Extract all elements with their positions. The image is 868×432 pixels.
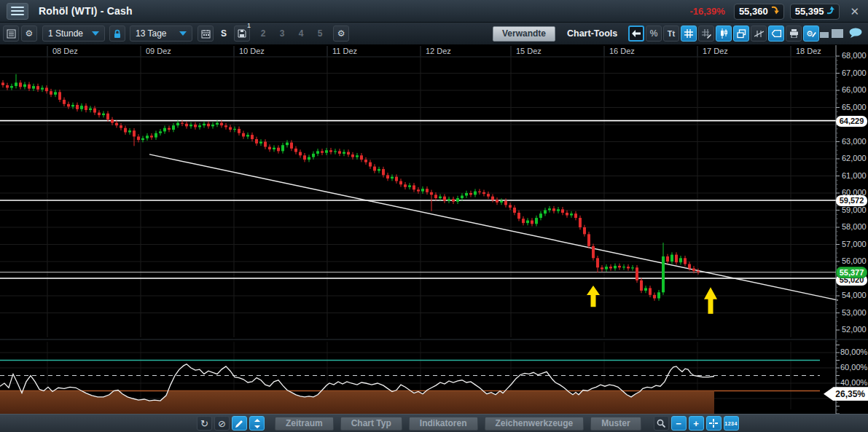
- price-level-badge: 64,229: [836, 116, 867, 127]
- candle: [443, 197, 446, 201]
- candle: [426, 189, 429, 192]
- chart-typ-button[interactable]: Chart Typ: [340, 417, 402, 431]
- zoom-in-icon[interactable]: +: [689, 416, 704, 431]
- crosshair-icon[interactable]: [706, 416, 722, 431]
- candle: [111, 119, 114, 123]
- candle: [627, 267, 630, 268]
- muster-button[interactable]: Muster: [590, 417, 641, 431]
- refresh-icon[interactable]: ↻: [197, 416, 212, 431]
- candle: [159, 131, 162, 133]
- candle: [666, 256, 669, 262]
- buy-price-button[interactable]: 55,395: [790, 4, 840, 20]
- candle: [517, 213, 520, 219]
- candle: [115, 123, 118, 126]
- signal-arrow-icon: [704, 287, 717, 313]
- back-arrow-icon[interactable]: [628, 25, 644, 42]
- candle: [246, 135, 249, 136]
- layout-slot-5[interactable]: 5: [313, 28, 327, 39]
- snapshot-button[interactable]: S: [221, 28, 227, 39]
- candle: [15, 82, 17, 86]
- change-percent: -16,39%: [689, 6, 724, 17]
- candle: [185, 124, 188, 127]
- size-large-icon[interactable]: [832, 29, 843, 38]
- candle: [224, 125, 227, 127]
- sell-price-button[interactable]: 55,360: [734, 4, 784, 20]
- candle: [544, 211, 547, 214]
- size-medium-icon[interactable]: [820, 32, 829, 38]
- save-layout-icon[interactable]: 1: [234, 25, 250, 42]
- candle: [386, 175, 389, 178]
- print-icon[interactable]: [786, 25, 802, 42]
- zoom-magnifier-icon[interactable]: [654, 416, 669, 431]
- candle: [570, 213, 573, 215]
- layout-settings-gear-icon[interactable]: ⚙: [333, 25, 349, 42]
- candle: [71, 105, 74, 106]
- chart-toolbar: ⚙ 1 Stunde 13 Tage S 1 2 3 4 5 ⚙ Verwand…: [0, 23, 868, 45]
- candle: [98, 113, 101, 116]
- price-axis-label: 68,000: [842, 51, 867, 60]
- price-label-tool-icon[interactable]: [768, 25, 784, 42]
- layout-slot-4[interactable]: 4: [294, 28, 308, 39]
- candle: [150, 136, 153, 137]
- zoom-out-icon[interactable]: −: [671, 416, 687, 431]
- candle: [211, 125, 214, 126]
- settings-gear-icon[interactable]: ⚙: [21, 25, 37, 42]
- clear-drawings-icon[interactable]: ⊘: [214, 416, 230, 431]
- grid-toggle-icon[interactable]: [681, 25, 697, 42]
- related-button[interactable]: Verwandte: [493, 26, 555, 42]
- price-axis-label: 67,000: [842, 68, 867, 77]
- candle: [255, 139, 258, 144]
- candle: [63, 100, 66, 104]
- calendar-icon[interactable]: [198, 25, 214, 42]
- chevron-down-icon: [179, 31, 187, 36]
- price-values-icon[interactable]: 1234: [724, 416, 739, 431]
- price-axis-label: 62,000: [842, 154, 867, 162]
- price-level-badge: 59,572: [836, 195, 867, 206]
- price-axis-label: 52,000: [842, 325, 867, 334]
- candle: [216, 123, 219, 125]
- interval-dropdown[interactable]: 1 Stunde: [42, 25, 105, 42]
- menu-icon[interactable]: [7, 3, 28, 20]
- grid-edit-icon[interactable]: [698, 25, 714, 42]
- candle: [181, 123, 184, 124]
- percent-tool-icon[interactable]: %: [646, 25, 662, 42]
- candle: [395, 177, 398, 181]
- candle: [636, 267, 638, 280]
- main-chart-canvas[interactable]: [0, 45, 868, 414]
- chart-settings-gear-pencil-icon[interactable]: ⚙: [803, 25, 819, 42]
- candle: [19, 82, 22, 87]
- chart-tools-label: Chart-Tools: [567, 28, 617, 39]
- candlestick-type-icon[interactable]: [716, 25, 732, 42]
- candle: [23, 85, 26, 87]
- layout-slot-3[interactable]: 3: [275, 28, 289, 39]
- bottom-toolbar: ↻ ⊘ Zeitraum Chart Typ Indikatoren Zeich…: [0, 414, 868, 432]
- draw-pencil-icon[interactable]: [232, 416, 247, 431]
- candle: [133, 130, 136, 136]
- candle: [461, 196, 464, 199]
- chart-area[interactable]: 08 Dez09 Dez10 Dez11 Dez12 Dez15 Dez16 D…: [0, 45, 868, 414]
- candle: [356, 155, 359, 157]
- line-study-icon[interactable]: [751, 25, 767, 42]
- date-axis-label: 08 Dez: [52, 47, 78, 55]
- candle: [28, 85, 31, 89]
- candle: [264, 142, 267, 147]
- candle: [10, 86, 13, 87]
- lock-icon[interactable]: [109, 25, 125, 42]
- layout-slot-2[interactable]: 2: [256, 28, 270, 39]
- indikatoren-button[interactable]: Indikatoren: [409, 417, 478, 431]
- watchlist-icon[interactable]: [3, 25, 19, 42]
- close-icon[interactable]: ✕: [845, 5, 864, 18]
- multi-window-icon[interactable]: [733, 25, 749, 42]
- chat-bubble-icon[interactable]: [849, 28, 862, 40]
- zeichenwerkzeuge-button[interactable]: Zeichenwerkzeuge: [485, 417, 584, 431]
- candle: [509, 205, 512, 208]
- candle: [334, 151, 337, 152]
- candle: [587, 234, 590, 246]
- candle: [54, 92, 57, 95]
- candle: [662, 256, 665, 292]
- candle: [684, 258, 687, 264]
- range-dropdown[interactable]: 13 Tage: [130, 25, 192, 42]
- auto-scale-icon[interactable]: [249, 416, 265, 431]
- zeitraum-button[interactable]: Zeitraum: [275, 417, 334, 431]
- text-tool-icon[interactable]: Tt: [663, 25, 679, 42]
